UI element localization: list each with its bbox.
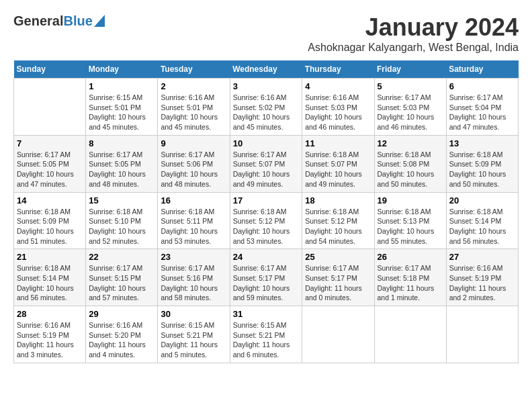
day-number: 11 bbox=[305, 138, 371, 148]
day-number: 17 bbox=[233, 195, 300, 205]
calendar-table: SundayMondayTuesdayWednesdayThursdayFrid… bbox=[13, 60, 519, 363]
logo-general-text: General bbox=[13, 13, 63, 29]
day-info: Sunrise: 6:18 AM Sunset: 5:08 PM Dayligh… bbox=[378, 150, 443, 189]
svg-marker-0 bbox=[94, 15, 105, 27]
day-number: 15 bbox=[89, 195, 154, 205]
logo: General Blue bbox=[13, 13, 105, 29]
calendar-cell: 23 Sunrise: 6:17 AM Sunset: 5:16 PM Dayl… bbox=[158, 249, 230, 306]
day-number: 10 bbox=[233, 138, 300, 148]
day-info: Sunrise: 6:16 AM Sunset: 5:20 PM Dayligh… bbox=[89, 320, 154, 360]
calendar-cell: 17 Sunrise: 6:18 AM Sunset: 5:12 PM Dayl… bbox=[230, 192, 302, 249]
day-info: Sunrise: 6:16 AM Sunset: 5:01 PM Dayligh… bbox=[161, 93, 226, 132]
calendar-week-5: 28 Sunrise: 6:16 AM Sunset: 5:19 PM Dayl… bbox=[14, 306, 519, 363]
day-info: Sunrise: 6:17 AM Sunset: 5:18 PM Dayligh… bbox=[378, 263, 443, 303]
day-info: Sunrise: 6:17 AM Sunset: 5:05 PM Dayligh… bbox=[17, 150, 83, 189]
day-number: 7 bbox=[17, 138, 83, 148]
day-info: Sunrise: 6:17 AM Sunset: 5:17 PM Dayligh… bbox=[233, 263, 300, 303]
page-header: General Blue January 2024 Ashoknagar Kal… bbox=[13, 13, 519, 54]
calendar-cell: 4 Sunrise: 6:16 AM Sunset: 5:03 PM Dayli… bbox=[302, 79, 374, 136]
calendar-cell: 11 Sunrise: 6:18 AM Sunset: 5:07 PM Dayl… bbox=[302, 135, 374, 192]
column-header-saturday: Saturday bbox=[446, 60, 518, 79]
column-header-friday: Friday bbox=[374, 60, 446, 79]
calendar-week-3: 14 Sunrise: 6:18 AM Sunset: 5:09 PM Dayl… bbox=[14, 192, 519, 249]
calendar-header-row: SundayMondayTuesdayWednesdayThursdayFrid… bbox=[14, 60, 519, 79]
day-number: 30 bbox=[161, 309, 226, 319]
day-number: 22 bbox=[89, 252, 154, 262]
day-number: 13 bbox=[449, 138, 515, 148]
calendar-cell: 30 Sunrise: 6:15 AM Sunset: 5:21 PM Dayl… bbox=[158, 306, 230, 363]
day-number: 18 bbox=[305, 195, 371, 205]
day-info: Sunrise: 6:17 AM Sunset: 5:15 PM Dayligh… bbox=[89, 263, 154, 303]
day-info: Sunrise: 6:17 AM Sunset: 5:16 PM Dayligh… bbox=[161, 263, 226, 303]
day-info: Sunrise: 6:16 AM Sunset: 5:19 PM Dayligh… bbox=[17, 320, 83, 360]
day-info: Sunrise: 6:18 AM Sunset: 5:07 PM Dayligh… bbox=[305, 150, 371, 189]
day-number: 23 bbox=[161, 252, 226, 262]
calendar-cell: 26 Sunrise: 6:17 AM Sunset: 5:18 PM Dayl… bbox=[374, 249, 446, 306]
calendar-cell: 5 Sunrise: 6:17 AM Sunset: 5:03 PM Dayli… bbox=[374, 79, 446, 136]
day-number: 5 bbox=[378, 81, 443, 91]
day-number: 31 bbox=[233, 309, 300, 319]
day-info: Sunrise: 6:17 AM Sunset: 5:03 PM Dayligh… bbox=[378, 93, 443, 132]
day-number: 25 bbox=[305, 252, 371, 262]
calendar-cell: 29 Sunrise: 6:16 AM Sunset: 5:20 PM Dayl… bbox=[86, 306, 158, 363]
day-info: Sunrise: 6:18 AM Sunset: 5:14 PM Dayligh… bbox=[449, 207, 515, 246]
calendar-cell: 1 Sunrise: 6:15 AM Sunset: 5:01 PM Dayli… bbox=[86, 79, 158, 136]
calendar-cell bbox=[14, 79, 86, 136]
logo-blue-text: Blue bbox=[63, 13, 92, 29]
day-info: Sunrise: 6:16 AM Sunset: 5:19 PM Dayligh… bbox=[449, 263, 515, 303]
day-number: 8 bbox=[89, 138, 154, 148]
calendar-cell: 3 Sunrise: 6:16 AM Sunset: 5:02 PM Dayli… bbox=[230, 79, 302, 136]
calendar-cell bbox=[374, 306, 446, 363]
calendar-cell: 13 Sunrise: 6:18 AM Sunset: 5:09 PM Dayl… bbox=[446, 135, 518, 192]
day-info: Sunrise: 6:17 AM Sunset: 5:05 PM Dayligh… bbox=[89, 150, 154, 189]
calendar-week-2: 7 Sunrise: 6:17 AM Sunset: 5:05 PM Dayli… bbox=[14, 135, 519, 192]
day-number: 20 bbox=[449, 195, 515, 205]
day-number: 16 bbox=[161, 195, 226, 205]
calendar-week-4: 21 Sunrise: 6:18 AM Sunset: 5:14 PM Dayl… bbox=[14, 249, 519, 306]
calendar-cell: 19 Sunrise: 6:18 AM Sunset: 5:13 PM Dayl… bbox=[374, 192, 446, 249]
column-header-sunday: Sunday bbox=[14, 60, 86, 79]
calendar-cell: 21 Sunrise: 6:18 AM Sunset: 5:14 PM Dayl… bbox=[14, 249, 86, 306]
calendar-cell: 14 Sunrise: 6:18 AM Sunset: 5:09 PM Dayl… bbox=[14, 192, 86, 249]
calendar-cell: 25 Sunrise: 6:17 AM Sunset: 5:17 PM Dayl… bbox=[302, 249, 374, 306]
calendar-cell: 10 Sunrise: 6:17 AM Sunset: 5:07 PM Dayl… bbox=[230, 135, 302, 192]
calendar-cell: 7 Sunrise: 6:17 AM Sunset: 5:05 PM Dayli… bbox=[14, 135, 86, 192]
day-info: Sunrise: 6:17 AM Sunset: 5:17 PM Dayligh… bbox=[305, 263, 371, 303]
day-info: Sunrise: 6:15 AM Sunset: 5:21 PM Dayligh… bbox=[233, 320, 300, 360]
location-title: Ashoknagar Kalyangarh, West Bengal, Indi… bbox=[308, 42, 519, 54]
calendar-cell: 22 Sunrise: 6:17 AM Sunset: 5:15 PM Dayl… bbox=[86, 249, 158, 306]
day-info: Sunrise: 6:15 AM Sunset: 5:21 PM Dayligh… bbox=[161, 320, 226, 360]
day-info: Sunrise: 6:17 AM Sunset: 5:04 PM Dayligh… bbox=[449, 93, 515, 132]
calendar-cell: 28 Sunrise: 6:16 AM Sunset: 5:19 PM Dayl… bbox=[14, 306, 86, 363]
day-number: 14 bbox=[17, 195, 83, 205]
calendar-cell: 6 Sunrise: 6:17 AM Sunset: 5:04 PM Dayli… bbox=[446, 79, 518, 136]
calendar-cell: 8 Sunrise: 6:17 AM Sunset: 5:05 PM Dayli… bbox=[86, 135, 158, 192]
day-number: 1 bbox=[89, 81, 154, 91]
calendar-cell bbox=[302, 306, 374, 363]
column-header-thursday: Thursday bbox=[302, 60, 374, 79]
day-info: Sunrise: 6:17 AM Sunset: 5:06 PM Dayligh… bbox=[161, 150, 226, 189]
day-number: 29 bbox=[89, 309, 154, 319]
title-section: January 2024 Ashoknagar Kalyangarh, West… bbox=[308, 13, 519, 54]
calendar-cell: 31 Sunrise: 6:15 AM Sunset: 5:21 PM Dayl… bbox=[230, 306, 302, 363]
calendar-cell: 18 Sunrise: 6:18 AM Sunset: 5:12 PM Dayl… bbox=[302, 192, 374, 249]
day-info: Sunrise: 6:18 AM Sunset: 5:12 PM Dayligh… bbox=[233, 207, 300, 246]
day-info: Sunrise: 6:18 AM Sunset: 5:11 PM Dayligh… bbox=[161, 207, 226, 246]
day-info: Sunrise: 6:17 AM Sunset: 5:07 PM Dayligh… bbox=[233, 150, 300, 189]
day-number: 2 bbox=[161, 81, 226, 91]
month-title: January 2024 bbox=[308, 13, 519, 42]
day-info: Sunrise: 6:18 AM Sunset: 5:10 PM Dayligh… bbox=[89, 207, 154, 246]
day-info: Sunrise: 6:16 AM Sunset: 5:02 PM Dayligh… bbox=[233, 93, 300, 132]
day-info: Sunrise: 6:18 AM Sunset: 5:13 PM Dayligh… bbox=[378, 207, 443, 246]
day-number: 24 bbox=[233, 252, 300, 262]
calendar-cell: 20 Sunrise: 6:18 AM Sunset: 5:14 PM Dayl… bbox=[446, 192, 518, 249]
day-info: Sunrise: 6:18 AM Sunset: 5:09 PM Dayligh… bbox=[449, 150, 515, 189]
day-info: Sunrise: 6:16 AM Sunset: 5:03 PM Dayligh… bbox=[305, 93, 371, 132]
calendar-cell: 16 Sunrise: 6:18 AM Sunset: 5:11 PM Dayl… bbox=[158, 192, 230, 249]
calendar-cell: 27 Sunrise: 6:16 AM Sunset: 5:19 PM Dayl… bbox=[446, 249, 518, 306]
day-info: Sunrise: 6:18 AM Sunset: 5:12 PM Dayligh… bbox=[305, 207, 371, 246]
calendar-cell: 15 Sunrise: 6:18 AM Sunset: 5:10 PM Dayl… bbox=[86, 192, 158, 249]
calendar-cell bbox=[446, 306, 518, 363]
day-number: 27 bbox=[449, 252, 515, 262]
day-info: Sunrise: 6:18 AM Sunset: 5:09 PM Dayligh… bbox=[17, 207, 83, 246]
